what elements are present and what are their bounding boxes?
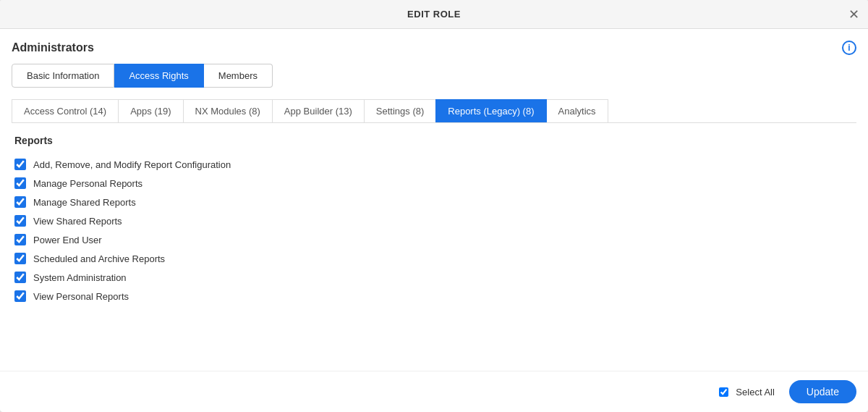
checkbox-label-item5: Power End User [33, 235, 102, 245]
subtab-analytics[interactable]: Analytics [546, 99, 608, 122]
list-item: Power End User [12, 230, 856, 249]
checkbox-item6[interactable] [14, 253, 26, 264]
close-button[interactable]: ✕ [848, 8, 859, 21]
checkbox-label-item6: Scheduled and Archive Reports [33, 253, 165, 264]
modal-footer: Select All Update [0, 371, 868, 412]
list-item: Add, Remove, and Modify Report Configura… [12, 155, 856, 174]
subtab-settings[interactable]: Settings (8) [364, 99, 436, 122]
checkbox-item3[interactable] [14, 196, 26, 208]
role-title: Administrators [12, 41, 94, 54]
modal-header: EDIT ROLE ✕ [0, 0, 868, 29]
checkbox-item7[interactable] [14, 272, 26, 283]
tab-basic-information[interactable]: Basic Information [12, 64, 114, 88]
checkbox-label-item8: View Personal Reports [33, 291, 129, 302]
sub-tabs: Access Control (14) Apps (19) NX Modules… [12, 99, 856, 123]
checkbox-label-item2: Manage Personal Reports [33, 178, 142, 189]
tab-access-rights[interactable]: Access Rights [114, 64, 203, 88]
select-all-label: Select All [736, 387, 774, 398]
checkbox-label-item4: View Shared Reports [33, 216, 122, 227]
edit-role-modal: EDIT ROLE ✕ Administrators i Basic Infor… [0, 0, 868, 412]
checkbox-item1[interactable] [14, 159, 26, 170]
checkbox-item5[interactable] [14, 234, 26, 245]
list-item: Manage Personal Reports [12, 174, 856, 193]
checkbox-label-item3: Manage Shared Reports [33, 197, 136, 208]
section-title: Reports [12, 135, 856, 146]
info-icon[interactable]: i [842, 41, 856, 55]
list-item: System Administration [12, 268, 856, 287]
content-area: Reports Add, Remove, and Modify Report C… [12, 123, 856, 359]
modal-title: EDIT ROLE [407, 9, 461, 20]
checkbox-item8[interactable] [14, 290, 26, 302]
modal-body: Administrators i Basic Information Acces… [0, 29, 868, 371]
select-all-area: Select All [719, 387, 774, 398]
list-item: Scheduled and Archive Reports [12, 249, 856, 268]
role-header: Administrators i [12, 41, 856, 55]
list-item: View Shared Reports [12, 211, 856, 230]
checkbox-item2[interactable] [14, 177, 26, 189]
subtab-access-control[interactable]: Access Control (14) [12, 99, 119, 122]
checkbox-label-item1: Add, Remove, and Modify Report Configura… [33, 159, 231, 170]
main-tabs: Basic Information Access Rights Members [12, 64, 856, 88]
subtab-apps[interactable]: Apps (19) [118, 99, 183, 122]
checkbox-item4[interactable] [14, 215, 26, 227]
update-button[interactable]: Update [789, 380, 856, 403]
select-all-checkbox[interactable] [719, 387, 728, 397]
list-item: View Personal Reports [12, 287, 856, 306]
subtab-app-builder[interactable]: App Builder (13) [272, 99, 365, 122]
checkbox-label-item7: System Administration [33, 272, 127, 283]
subtab-nx-modules[interactable]: NX Modules (8) [183, 99, 273, 122]
list-item: Manage Shared Reports [12, 193, 856, 211]
subtab-reports-legacy[interactable]: Reports (Legacy) (8) [435, 99, 546, 122]
tab-members[interactable]: Members [204, 64, 273, 88]
